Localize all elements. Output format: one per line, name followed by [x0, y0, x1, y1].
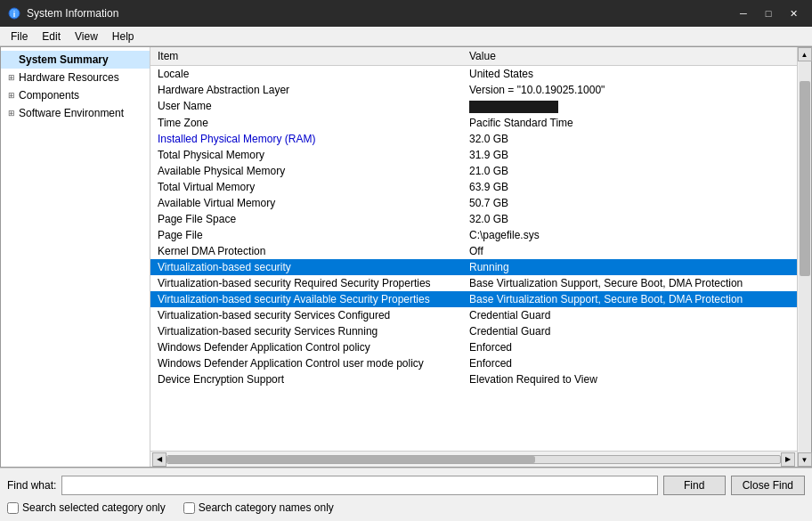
table-row[interactable]: Hardware Abstraction LayerVersion = "10.…: [150, 82, 797, 98]
table-cell-value: Enforced: [462, 339, 797, 355]
h-scroll-left-btn[interactable]: ◀: [152, 452, 166, 467]
expander-system-summary: [4, 53, 19, 67]
table-cell-item: Locale: [150, 66, 462, 83]
menu-help[interactable]: Help: [105, 28, 142, 45]
tree-label-hardware-resources: Hardware Resources: [19, 71, 119, 84]
table-row[interactable]: Device Encryption SupportElevation Requi…: [150, 371, 797, 387]
main-content: System Summary ⊞ Hardware Resources ⊞ Co…: [0, 46, 812, 468]
menu-view[interactable]: View: [68, 28, 105, 45]
table-cell-item: Available Virtual Memory: [150, 195, 462, 211]
table-row[interactable]: Windows Defender Application Control pol…: [150, 339, 797, 355]
maximize-button[interactable]: □: [757, 4, 780, 22]
tree-label-components: Components: [19, 89, 79, 102]
table-cell-item: Total Virtual Memory: [150, 179, 462, 195]
tree-item-hardware-resources[interactable]: ⊞ Hardware Resources: [1, 69, 150, 86]
menu-file[interactable]: File: [4, 28, 35, 45]
table-cell-item: Virtualization-based security Required S…: [150, 275, 462, 291]
table-cell-value: Credential Guard: [462, 307, 797, 323]
user-name-redacted: [469, 101, 558, 113]
table-row[interactable]: LocaleUnited States: [150, 66, 797, 83]
app-icon: i: [7, 6, 21, 20]
checkbox-selected-category-input[interactable]: [7, 502, 19, 514]
checkbox-selected-category-label: Search selected category only: [22, 501, 166, 514]
detail-panel: Item Value LocaleUnited StatesHardware A…: [150, 47, 797, 467]
table-cell-item: Virtualization-based security Services C…: [150, 307, 462, 323]
checkbox-category-names[interactable]: Search category names only: [183, 501, 334, 514]
table-cell-value: C:\pagefile.sys: [462, 227, 797, 243]
table-cell-item: Installed Physical Memory (RAM): [150, 131, 462, 147]
table-row[interactable]: Virtualization-based security Services C…: [150, 307, 797, 323]
table-cell-item: Virtualization-based security Services R…: [150, 323, 462, 339]
table-row[interactable]: Virtualization-based security Required S…: [150, 275, 797, 291]
table-cell-item: Kernel DMA Protection: [150, 243, 462, 259]
table-cell-value: Version = "10.0.19025.1000": [462, 82, 797, 98]
expander-hardware-resources: ⊞: [4, 70, 19, 85]
checkbox-category-names-input[interactable]: [183, 502, 195, 514]
h-scrollbar: ◀ ▶: [150, 451, 797, 467]
svg-text:i: i: [13, 10, 16, 19]
table-row[interactable]: Virtualization-based securityRunning: [150, 259, 797, 275]
table-row[interactable]: Total Virtual Memory63.9 GB: [150, 179, 797, 195]
v-scroll-down-btn[interactable]: ▼: [798, 452, 812, 467]
title-bar: i System Information ─ □ ✕: [0, 0, 812, 27]
v-scroll-up-btn[interactable]: ▲: [798, 47, 812, 61]
window-controls: ─ □ ✕: [732, 4, 805, 22]
table-cell-value: Off: [462, 243, 797, 259]
tree-item-system-summary[interactable]: System Summary: [1, 51, 150, 69]
table-cell-value: Base Virtualization Support, Secure Boot…: [462, 291, 797, 307]
table-cell-value: Enforced: [462, 355, 797, 371]
table-cell-value: United States: [462, 66, 797, 83]
col-header-item: Item: [150, 47, 462, 66]
table-cell-value: 31.9 GB: [462, 147, 797, 163]
window-title: System Information: [27, 7, 732, 20]
tree-item-software-environment[interactable]: ⊞ Software Environment: [1, 104, 150, 122]
table-row[interactable]: Kernel DMA ProtectionOff: [150, 243, 797, 259]
table-row[interactable]: Available Physical Memory21.0 GB: [150, 163, 797, 179]
table-row[interactable]: Time ZonePacific Standard Time: [150, 115, 797, 131]
table-cell-value: Base Virtualization Support, Secure Boot…: [462, 275, 797, 291]
table-cell-value: 32.0 GB: [462, 211, 797, 227]
minimize-button[interactable]: ─: [732, 4, 755, 22]
tree-label-system-summary: System Summary: [19, 53, 109, 66]
checkbox-row: Search selected category only Search cat…: [7, 501, 805, 514]
table-cell-item: Hardware Abstraction Layer: [150, 82, 462, 98]
v-scrollbar: ▲ ▼: [797, 47, 811, 467]
table-cell-item: Time Zone: [150, 115, 462, 131]
v-scroll-track[interactable]: [799, 61, 811, 452]
find-input[interactable]: [61, 476, 657, 495]
menu-bar: File Edit View Help: [0, 27, 812, 46]
checkbox-category-names-label: Search category names only: [199, 501, 334, 514]
h-scroll-track[interactable]: [166, 455, 781, 464]
table-row[interactable]: Virtualization-based security Available …: [150, 291, 797, 307]
table-cell-item: Page File: [150, 227, 462, 243]
table-cell-item: User Name: [150, 98, 462, 115]
table-row[interactable]: Virtualization-based security Services R…: [150, 323, 797, 339]
close-find-button[interactable]: Close Find: [731, 476, 805, 495]
expander-components: ⊞: [4, 88, 19, 102]
table-row[interactable]: Available Virtual Memory50.7 GB: [150, 195, 797, 211]
checkbox-selected-category[interactable]: Search selected category only: [7, 501, 166, 514]
table-cell-value: Running: [462, 259, 797, 275]
find-label: Find what:: [7, 479, 56, 492]
table-row[interactable]: Page FileC:\pagefile.sys: [150, 227, 797, 243]
table-row[interactable]: Page File Space32.0 GB: [150, 211, 797, 227]
table-row[interactable]: Windows Defender Application Control use…: [150, 355, 797, 371]
table-cell-value: Pacific Standard Time: [462, 115, 797, 131]
close-button[interactable]: ✕: [782, 4, 805, 22]
table-cell-value: 63.9 GB: [462, 179, 797, 195]
find-button[interactable]: Find: [663, 476, 726, 495]
table-cell-item: Windows Defender Application Control use…: [150, 355, 462, 371]
menu-edit[interactable]: Edit: [35, 28, 68, 45]
table-cell-item: Device Encryption Support: [150, 371, 462, 387]
table-row[interactable]: User Name: [150, 98, 797, 115]
h-scroll-right-btn[interactable]: ▶: [781, 452, 795, 467]
table-cell-value: Elevation Required to View: [462, 371, 797, 387]
table-cell-item: Windows Defender Application Control pol…: [150, 339, 462, 355]
table-row[interactable]: Total Physical Memory31.9 GB: [150, 147, 797, 163]
expander-software-environment: ⊞: [4, 106, 19, 120]
tree-item-components[interactable]: ⊞ Components: [1, 86, 150, 104]
table-cell-value: [462, 98, 797, 115]
detail-table: Item Value LocaleUnited StatesHardware A…: [150, 47, 797, 451]
table-cell-item: Virtualization-based security Available …: [150, 291, 462, 307]
table-row[interactable]: Installed Physical Memory (RAM)32.0 GB: [150, 131, 797, 147]
